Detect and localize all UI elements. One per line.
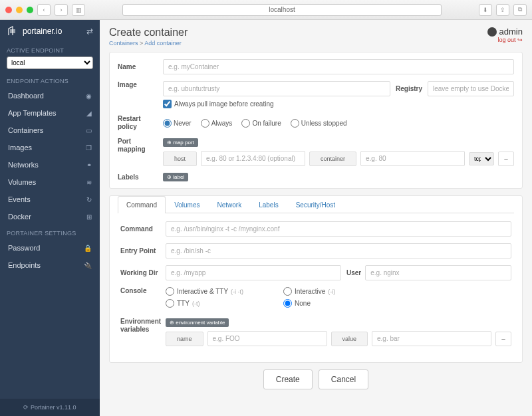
container-addon: container [309, 152, 356, 166]
networks-icon: ⚭ [82, 161, 92, 169]
actions-header: ENDPOINT ACTIONS [0, 73, 100, 87]
sidebar: portainer.io ⇄ ACTIVE ENDPOINT local END… [0, 20, 100, 416]
traffic-lights [5, 7, 33, 13]
console-i[interactable]: Interactive (-i) [283, 287, 335, 296]
templates-icon: ◢ [82, 110, 92, 117]
console-it[interactable]: Interactive & TTY (-i -t) [166, 287, 243, 296]
tab-network[interactable]: Network [209, 196, 251, 213]
map-port-button[interactable]: ⊕ map port [163, 138, 198, 147]
restart-onfailure[interactable]: On failure [241, 119, 281, 128]
env-label: Environment variables [120, 318, 160, 334]
volumes-icon: ≋ [82, 179, 92, 186]
user-icon [487, 27, 497, 37]
image-label: Image [118, 81, 158, 89]
name-label: Name [118, 63, 158, 71]
basic-panel: Name Image Registry Always pull image be… [109, 52, 523, 189]
username: admin [499, 27, 523, 37]
sidebar-item-password[interactable]: Password🔒 [0, 239, 100, 257]
add-env-button[interactable]: ⊕ environment variable [166, 318, 229, 327]
restart-radio-group: Never Always On failure Unless stopped [163, 119, 347, 128]
plug-icon: 🔌 [82, 262, 92, 269]
env-value-input[interactable] [372, 331, 491, 346]
entry-label: Entry Point [120, 247, 160, 255]
remove-env-button[interactable]: − [495, 332, 511, 346]
sidebar-collapse-icon[interactable]: ⇄ [86, 27, 93, 36]
restart-always[interactable]: Always [201, 119, 233, 128]
env-name-input[interactable] [207, 331, 327, 346]
sidebar-item-docker[interactable]: Docker⊞ [0, 208, 100, 225]
breadcrumb: Containers > Add container [109, 40, 188, 47]
image-input[interactable] [163, 81, 390, 96]
sidebar-item-endpoints[interactable]: Endpoints🔌 [0, 257, 100, 274]
close-window-icon[interactable] [5, 7, 12, 13]
download-icon[interactable]: ⬇ [479, 4, 492, 16]
create-button[interactable]: Create [263, 369, 313, 389]
container-port-input[interactable] [360, 151, 465, 166]
sidebar-item-app-templates[interactable]: App Templates◢ [0, 104, 100, 122]
sidebar-item-containers[interactable]: Containers▭ [0, 122, 100, 139]
cancel-button[interactable]: Cancel [319, 369, 368, 389]
page-header: Create container Containers > Add contai… [109, 27, 523, 47]
host-port-input[interactable] [201, 151, 305, 166]
maximize-window-icon[interactable] [27, 7, 33, 13]
endpoint-header: ACTIVE ENDPOINT [0, 43, 100, 56]
name-input[interactable] [163, 59, 514, 74]
registry-input[interactable] [428, 81, 514, 96]
restart-never[interactable]: Never [163, 119, 192, 128]
events-icon: ↻ [82, 196, 92, 203]
endpoint-select-wrap: local [7, 56, 93, 69]
dashboard-icon: ◉ [82, 92, 92, 100]
host-addon: host [163, 152, 197, 166]
nav-forward-button[interactable]: › [55, 4, 68, 16]
add-label-button[interactable]: ⊕ label [163, 173, 188, 181]
entry-input[interactable] [166, 243, 511, 259]
nav-back-button[interactable]: ‹ [37, 4, 51, 16]
tab-volumes[interactable]: Volumes [166, 196, 208, 213]
console-label: Console [120, 287, 160, 295]
share-icon[interactable]: ⇪ [496, 4, 509, 16]
main-content: Create container Containers > Add contai… [100, 20, 532, 416]
sidebar-toggle-icon[interactable]: ▥ [72, 4, 85, 16]
page-title: Create container [109, 27, 188, 39]
url-bar[interactable]: localhost [122, 4, 442, 16]
wd-label: Working Dir [120, 269, 160, 277]
tabs-icon[interactable]: ⧉ [513, 4, 527, 16]
advanced-panel: Command Volumes Network Labels Security/… [109, 195, 523, 363]
sidebar-item-dashboard[interactable]: Dashboard◉ [0, 87, 100, 104]
docker-icon: ⊞ [82, 213, 92, 221]
form-actions: Create Cancel [109, 369, 523, 389]
endpoint-select[interactable]: local [7, 56, 93, 69]
env-value-addon: value [331, 332, 368, 346]
console-none[interactable]: None [283, 299, 335, 308]
always-pull-label: Always pull image before creating [174, 100, 274, 108]
wd-input[interactable] [166, 265, 341, 280]
crumb-containers[interactable]: Containers [109, 40, 138, 47]
labels-label: Labels [118, 173, 158, 181]
protocol-select[interactable]: tcp [469, 152, 494, 165]
command-input[interactable] [166, 221, 511, 237]
containers-icon: ▭ [82, 127, 92, 134]
console-tty[interactable]: TTY (-t) [166, 299, 243, 308]
env-name-addon: name [166, 332, 203, 346]
remove-port-button[interactable]: − [498, 152, 514, 166]
user-input[interactable] [365, 265, 511, 280]
sidebar-item-volumes[interactable]: Volumes≋ [0, 173, 100, 191]
sidebar-item-images[interactable]: Images❐ [0, 139, 100, 156]
restart-unless[interactable]: Unless stopped [291, 119, 347, 128]
settings-header: PORTAINER SETTINGS [0, 225, 100, 239]
tab-command[interactable]: Command [118, 196, 166, 213]
browser-chrome: ‹ › ▥ localhost ⬇ ⇪ ⧉ [0, 0, 532, 20]
brand-text: portainer.io [23, 27, 82, 36]
logout-link[interactable]: log out ↪ [487, 37, 523, 43]
tab-labels[interactable]: Labels [250, 196, 287, 213]
port-label: Port mapping [118, 138, 158, 154]
command-label: Command [120, 225, 160, 233]
registry-label: Registry [396, 85, 422, 92]
brand[interactable]: portainer.io ⇄ [0, 20, 100, 43]
user-label: User [346, 269, 361, 276]
sidebar-item-events[interactable]: Events↻ [0, 191, 100, 208]
sidebar-item-networks[interactable]: Networks⚭ [0, 156, 100, 173]
tab-security[interactable]: Security/Host [287, 196, 344, 213]
always-pull-checkbox[interactable] [163, 100, 172, 108]
minimize-window-icon[interactable] [16, 7, 23, 13]
